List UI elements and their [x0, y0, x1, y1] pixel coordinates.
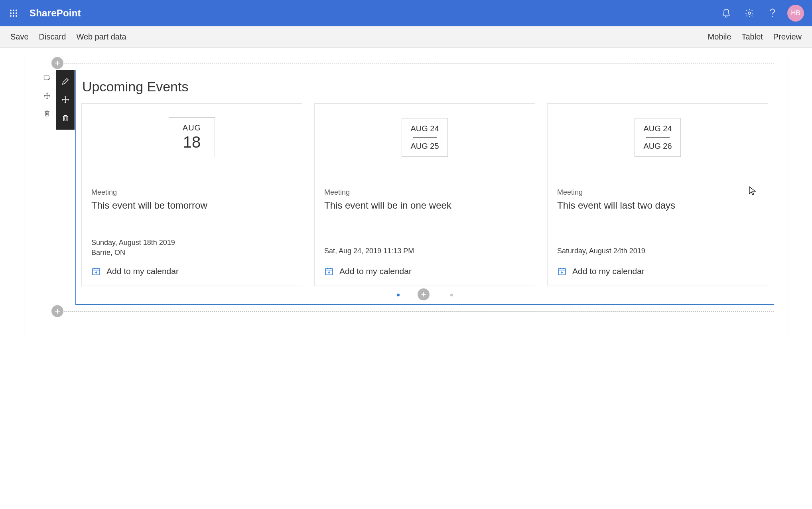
section-toolbar [38, 70, 56, 124]
event-range-start: AUG 24 [402, 124, 447, 137]
move-webpart-icon[interactable] [56, 91, 75, 109]
event-card[interactable]: AUG 18 Meeting This event will be tomorr… [81, 103, 302, 286]
save-button[interactable]: Save [10, 32, 29, 41]
webpart-toolbar [56, 70, 75, 130]
user-avatar[interactable]: HB [787, 5, 804, 22]
settings-icon[interactable] [738, 0, 761, 26]
webpart-title: Upcoming Events [82, 79, 768, 95]
brand-label[interactable]: SharePoint [30, 8, 81, 19]
calendar-add-icon [91, 266, 101, 276]
event-range-end: AUG 25 [402, 138, 447, 151]
svg-point-3 [10, 12, 12, 14]
edit-webpart-icon[interactable] [56, 72, 75, 91]
calendar-add-icon [557, 266, 567, 276]
svg-point-4 [13, 12, 14, 14]
suite-bar: SharePoint HB [0, 0, 812, 26]
move-section-icon[interactable] [40, 89, 54, 103]
add-to-calendar-button[interactable]: Add to my calendar [324, 266, 525, 276]
carousel-pager [81, 291, 768, 299]
event-date-badge: AUG 24 AUG 25 [402, 118, 448, 157]
event-category: Meeting [557, 188, 758, 197]
add-section-bottom-button[interactable] [51, 305, 63, 317]
event-month: AUG [169, 123, 215, 132]
add-to-calendar-button[interactable]: Add to my calendar [91, 266, 292, 276]
add-section-top-button[interactable] [51, 57, 63, 69]
svg-point-0 [10, 10, 12, 11]
preview-button[interactable]: Preview [773, 32, 802, 41]
event-card[interactable]: AUG 24 AUG 26 Meeting This event will la… [547, 103, 768, 286]
edit-section-icon[interactable] [40, 71, 54, 85]
add-to-calendar-label: Add to my calendar [339, 266, 412, 276]
svg-point-10 [772, 16, 773, 17]
event-category: Meeting [91, 188, 292, 197]
calendar-add-icon [324, 266, 334, 276]
event-card[interactable]: AUG 24 AUG 25 Meeting This event will be… [314, 103, 535, 286]
app-launcher-icon[interactable] [5, 4, 22, 22]
page-canvas: Upcoming Events AUG 18 Meeting This even… [24, 56, 788, 335]
event-datetime: Saturday, August 24th 2019 [557, 247, 758, 255]
upcoming-events-webpart[interactable]: Upcoming Events AUG 18 Meeting This even… [75, 70, 774, 305]
command-bar: Save Discard Web part data Mobile Tablet… [0, 26, 812, 48]
discard-button[interactable]: Discard [39, 32, 66, 41]
event-datetime: Sat, Aug 24, 2019 11:13 PM [324, 247, 525, 255]
pager-dot[interactable] [450, 294, 453, 296]
add-between-button[interactable] [418, 288, 430, 300]
svg-point-7 [13, 15, 14, 17]
svg-point-8 [16, 15, 17, 17]
event-title: This event will last two days [557, 199, 758, 211]
event-title: This event will be tomorrow [91, 199, 292, 211]
svg-point-1 [13, 10, 14, 11]
event-cards-row: AUG 18 Meeting This event will be tomorr… [81, 103, 768, 286]
event-datetime: Sunday, August 18th 2019 [91, 239, 292, 247]
svg-point-2 [16, 10, 17, 11]
svg-point-6 [10, 15, 12, 17]
event-date-badge: AUG 24 AUG 26 [635, 118, 681, 157]
svg-point-9 [748, 12, 751, 14]
add-to-calendar-label: Add to my calendar [572, 266, 644, 276]
svg-point-5 [16, 12, 17, 14]
mobile-view-button[interactable]: Mobile [708, 32, 731, 41]
event-date-badge: AUG 18 [169, 117, 215, 157]
add-to-calendar-button[interactable]: Add to my calendar [557, 266, 758, 276]
delete-webpart-icon[interactable] [56, 109, 75, 127]
help-icon[interactable] [761, 0, 784, 26]
event-range-start: AUG 24 [635, 124, 680, 137]
webpart-data-button[interactable]: Web part data [76, 32, 126, 41]
event-category: Meeting [324, 188, 525, 197]
tablet-view-button[interactable]: Tablet [741, 32, 763, 41]
event-range-end: AUG 26 [635, 138, 680, 151]
add-to-calendar-label: Add to my calendar [106, 266, 179, 276]
notifications-icon[interactable] [715, 0, 738, 26]
pager-dot[interactable] [397, 294, 400, 296]
event-title: This event will be in one week [324, 199, 525, 211]
event-location: Barrie, ON [91, 249, 292, 257]
event-day: 18 [169, 133, 215, 151]
delete-section-icon[interactable] [40, 107, 54, 120]
